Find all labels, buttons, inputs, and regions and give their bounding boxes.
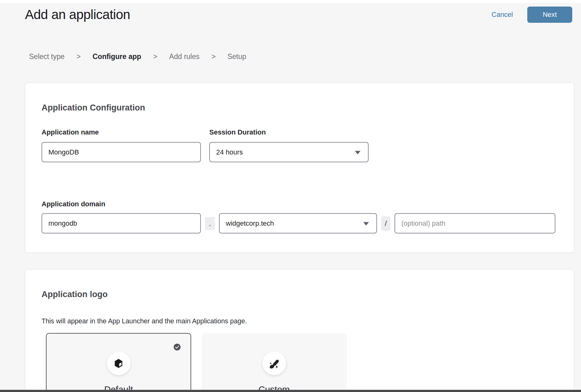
application-logo-card: Application logo This will appear in the…: [25, 269, 574, 392]
application-name-field: Application name: [42, 128, 201, 162]
bottom-edge-bar: [0, 390, 581, 392]
domain-select-value: widgetcorp.tech: [226, 219, 274, 228]
page-header: Add an application Cancel Next: [25, 7, 572, 23]
domain-select[interactable]: widgetcorp.tech: [219, 213, 377, 233]
page-title: Add an application: [25, 7, 130, 22]
default-logo-circle: [107, 351, 131, 375]
application-domain-field: Application domain . widgetcorp.tech /: [42, 200, 558, 233]
application-configuration-title: Application Configuration: [42, 102, 558, 113]
chevron-down-icon: [363, 222, 369, 225]
header-actions: Cancel Next: [492, 7, 572, 23]
logo-option-custom[interactable]: Custom: [201, 333, 347, 392]
slash-separator: /: [381, 216, 390, 231]
chevron-down-icon: [355, 151, 360, 154]
application-configuration-card: Application Configuration Application na…: [25, 83, 574, 253]
dot-separator: .: [205, 217, 215, 230]
custom-logo-circle: [262, 351, 286, 375]
application-name-label: Application name: [42, 128, 201, 136]
paintbrush-icon: [268, 357, 281, 370]
breadcrumb-item-add-rules[interactable]: Add rules: [169, 52, 200, 61]
path-input[interactable]: [395, 213, 555, 233]
checkmark-icon: [174, 344, 181, 350]
breadcrumb-item-select-type[interactable]: Select type: [29, 52, 65, 61]
application-name-input[interactable]: [42, 142, 201, 162]
next-button[interactable]: Next: [527, 7, 572, 23]
breadcrumb-item-configure-app[interactable]: Configure app: [92, 52, 141, 61]
breadcrumb-item-setup[interactable]: Setup: [227, 52, 246, 61]
breadcrumb-separator: >: [153, 52, 157, 61]
selected-check-badge: [174, 344, 181, 350]
session-duration-label: Session Duration: [209, 128, 369, 136]
application-logo-description: This will appear in the App Launcher and…: [42, 317, 558, 325]
cube-icon: [113, 358, 124, 369]
application-domain-row: . widgetcorp.tech /: [42, 213, 558, 233]
logo-options-row: Default Custom: [46, 333, 558, 392]
application-logo-title: Application logo: [42, 289, 558, 300]
cancel-button[interactable]: Cancel: [492, 11, 513, 19]
subdomain-input[interactable]: [42, 213, 201, 233]
top-strip: [0, 0, 581, 3]
logo-option-default[interactable]: Default: [46, 333, 191, 392]
name-duration-row: Application name Session Duration 24 hou…: [42, 128, 558, 162]
breadcrumb: Select type > Configure app > Add rules …: [29, 52, 246, 61]
breadcrumb-separator: >: [211, 52, 216, 61]
session-duration-select[interactable]: 24 hours: [209, 142, 369, 162]
breadcrumb-separator: >: [77, 52, 81, 61]
session-duration-field: Session Duration 24 hours: [209, 128, 369, 162]
application-domain-label: Application domain: [42, 200, 558, 208]
session-duration-value: 24 hours: [216, 148, 243, 156]
